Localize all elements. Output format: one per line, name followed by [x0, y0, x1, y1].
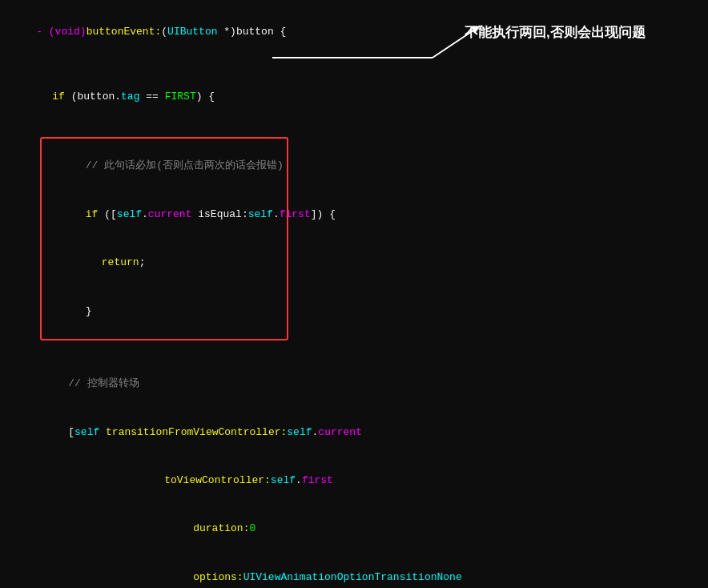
code-token: . [142, 208, 148, 220]
code-token: - (void) [36, 26, 86, 38]
code-token: transitionFromViewController: [106, 426, 287, 438]
code-token: if [52, 91, 65, 103]
code-token: ([ [98, 208, 116, 220]
code-token: [ [68, 426, 74, 438]
code-token: 0 [249, 522, 255, 534]
code-line-blank3 [11, 344, 697, 360]
code-token: return [102, 256, 139, 268]
code-token: self [287, 426, 312, 438]
code-line-8: [self transitionFromViewController:self.… [11, 408, 697, 456]
code-token: . [296, 474, 302, 486]
code-token: current [318, 426, 362, 438]
code-token: *)button { [218, 26, 287, 38]
code-token [99, 426, 106, 438]
code-token: duration: [193, 522, 249, 534]
code-line-10: duration:0 [11, 505, 697, 553]
annotation-text: 不能执行两回,否则会出现问题 [465, 22, 646, 43]
code-token: self [248, 208, 273, 220]
code-token: self [74, 426, 99, 438]
code-token: (button. [65, 91, 121, 103]
code-token: ( [161, 26, 167, 38]
code-token: if [86, 208, 99, 220]
code-token: first [302, 474, 333, 486]
code-token: ]) { [311, 208, 336, 220]
code-line-5: return; [48, 239, 280, 287]
code-token: UIButton [167, 26, 217, 38]
code-token: . [273, 208, 280, 220]
code-line-7: // 控制器转场 [11, 360, 697, 408]
code-token: ) { [196, 91, 215, 103]
code-line-3: // 此句话必加(否则点击两次的话会报错) [48, 142, 280, 190]
code-token: first [280, 208, 311, 220]
code-token: FIRST [165, 91, 196, 103]
code-token: self [117, 208, 142, 220]
code-container: - (void)buttonEvent:(UIButton *)button {… [0, 0, 708, 588]
code-line-9: toViewController:self.first [11, 457, 697, 505]
code-token: == [139, 91, 164, 103]
code-token: // 控制器转场 [68, 377, 139, 389]
annotation-arrow-svg [272, 50, 497, 114]
highlight-box-1: // 此句话必加(否则点击两次的话会报错) if ([self.current … [40, 137, 288, 340]
code-token: buttonEvent: [86, 26, 162, 38]
code-token: ; [139, 256, 146, 268]
code-token: isEqual: [191, 208, 247, 220]
code-line-11: options:UIViewAnimationOptionTransitionN… [11, 554, 697, 588]
code-line-4: if ([self.current isEqual:self.first]) { [48, 191, 280, 239]
code-token: // 此句话必加(否则点击两次的话会报错) [86, 159, 284, 171]
code-token: toViewController: [164, 474, 271, 486]
code-line-6: } [48, 287, 280, 335]
code-token: current [148, 208, 192, 220]
code-token: tag [121, 91, 139, 103]
code-token: self [271, 474, 296, 486]
code-line-blank2 [11, 121, 697, 137]
code-token: options: [193, 571, 243, 583]
code-token: } [86, 305, 92, 317]
code-token: UIViewAnimationOptionTransitionNone [243, 571, 462, 583]
